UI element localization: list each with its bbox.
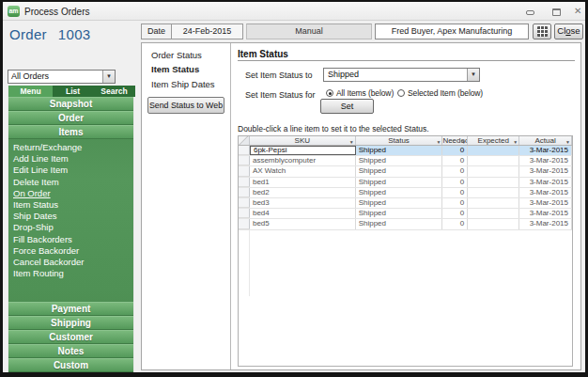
table-row[interactable]: assemblycomputerShipped03-Mar-2015: [239, 156, 572, 166]
cell-expected[interactable]: [468, 146, 519, 155]
column-header-expected[interactable]: Expected▼: [468, 136, 519, 145]
cell-actual[interactable]: 3-Mar-2015: [519, 166, 572, 176]
chevron-down-icon[interactable]: ▼: [467, 69, 479, 81]
row-selector[interactable]: [239, 146, 250, 155]
cell-actual[interactable]: 3-Mar-2015: [519, 178, 572, 187]
sidebar-item-ship-dates[interactable]: Ship Dates: [8, 211, 133, 222]
sidebar-tab-menu[interactable]: Menu: [8, 86, 53, 97]
column-filter-icon[interactable]: ▼: [565, 138, 570, 145]
cell-status[interactable]: Shipped: [356, 166, 443, 176]
close-button[interactable]: Close: [554, 24, 583, 39]
sidebar-section-payment[interactable]: Payment: [8, 302, 133, 316]
table-row[interactable]: AX WatchShipped03-Mar-2015: [239, 166, 572, 177]
sidebar-tab-search[interactable]: Search: [93, 86, 135, 97]
table-row[interactable]: bed5Shipped03-Mar-2015: [239, 219, 572, 229]
cell-sku[interactable]: AX Watch: [250, 166, 356, 176]
cell-actual[interactable]: 3-Mar-2015: [519, 209, 572, 218]
set-button[interactable]: Set: [320, 99, 374, 114]
row-selector[interactable]: [239, 188, 250, 197]
column-header-sku[interactable]: SKU▼: [250, 136, 356, 145]
sidebar-item-fill-backorders[interactable]: Fill Backorders: [8, 234, 133, 245]
sidebar-item-return-exchange[interactable]: Return/Exchange: [8, 142, 133, 153]
send-status-to-web-button[interactable]: Send Status to Web: [147, 97, 224, 114]
row-selector[interactable]: [239, 209, 250, 218]
cell-needed[interactable]: 0: [442, 156, 468, 165]
cell-needed[interactable]: 0: [442, 209, 468, 218]
cell-needed[interactable]: 0: [442, 198, 468, 208]
customer-field[interactable]: Fred Buyer, Apex Manufacturing: [375, 24, 529, 39]
column-header-status[interactable]: Status▼: [356, 136, 443, 145]
cell-status[interactable]: Shipped: [356, 146, 443, 155]
cell-status[interactable]: Shipped: [356, 209, 443, 218]
table-row[interactable]: bed3Shipped03-Mar-2015: [239, 198, 572, 209]
chevron-down-icon[interactable]: ▼: [102, 71, 115, 83]
sidebar-section-shipping[interactable]: Shipping: [8, 316, 133, 330]
cell-expected[interactable]: [468, 188, 519, 197]
cell-status[interactable]: Shipped: [356, 188, 443, 197]
cell-needed[interactable]: 0: [442, 188, 468, 197]
radio-selected-item[interactable]: Selected Item (below): [397, 88, 483, 98]
column-filter-icon[interactable]: ▼: [461, 138, 466, 145]
sidebar-section-customer[interactable]: Customer: [8, 330, 133, 344]
cell-actual[interactable]: 3-Mar-2015: [519, 188, 572, 197]
cell-actual[interactable]: 3-Mar-2015: [519, 219, 572, 228]
sidebar-section-snapshot[interactable]: Snapshot: [8, 97, 133, 111]
column-filter-icon[interactable]: ▼: [436, 138, 441, 145]
sidebar-item-edit-line-item[interactable]: Edit Line Item: [8, 165, 133, 176]
cell-status[interactable]: Shipped: [356, 156, 443, 165]
subnav-item-ship-dates[interactable]: Item Ship Dates: [151, 79, 215, 89]
cell-needed[interactable]: 0: [442, 166, 468, 176]
orders-filter-dropdown[interactable]: All Orders▼: [8, 70, 116, 84]
date-field[interactable]: 24-Feb-2015: [171, 24, 243, 39]
table-row[interactable]: 6pk-PepsiShipped03-Mar-2015: [239, 146, 572, 156]
cell-expected[interactable]: [468, 178, 519, 187]
cell-needed[interactable]: 0: [442, 146, 468, 155]
cell-needed[interactable]: 0: [442, 178, 468, 187]
cell-sku[interactable]: bed1: [250, 178, 356, 187]
table-row[interactable]: bed4Shipped03-Mar-2015: [239, 209, 572, 219]
window-close-button[interactable]: ✕: [574, 6, 581, 16]
sidebar-tab-list[interactable]: List: [53, 86, 93, 97]
table-row[interactable]: bed2Shipped03-Mar-2015: [239, 188, 572, 198]
cell-sku[interactable]: assemblycomputer: [250, 156, 356, 165]
cell-expected[interactable]: [468, 166, 519, 176]
column-header-actual[interactable]: Actual▼: [519, 136, 572, 145]
sidebar-item-add-line-item[interactable]: Add Line Item: [8, 153, 133, 165]
cell-sku[interactable]: bed5: [250, 219, 356, 228]
row-selector[interactable]: [239, 178, 250, 187]
cell-expected[interactable]: [468, 156, 519, 165]
sidebar-section-order[interactable]: Order: [8, 111, 133, 125]
sidebar-section-custom[interactable]: Custom: [8, 358, 133, 372]
cell-expected[interactable]: [468, 198, 519, 208]
subnav-order-status[interactable]: Order Status: [151, 50, 202, 60]
sidebar-section-items[interactable]: Items: [8, 125, 133, 139]
table-row[interactable]: bed1Shipped03-Mar-2015: [239, 178, 572, 188]
row-selector[interactable]: [239, 219, 250, 228]
cell-sku[interactable]: bed3: [250, 198, 356, 208]
sidebar-item-force-backorder[interactable]: Force Backorder: [8, 245, 133, 257]
cell-expected[interactable]: [468, 219, 519, 228]
sidebar-item-item-status[interactable]: Item Status: [8, 199, 133, 211]
row-selector[interactable]: [239, 166, 250, 176]
cell-needed[interactable]: 0: [442, 219, 468, 228]
cell-actual[interactable]: 3-Mar-2015: [519, 198, 572, 208]
cell-status[interactable]: Shipped: [356, 178, 443, 187]
sidebar-item-on-order[interactable]: On Order: [8, 188, 133, 199]
cell-sku[interactable]: bed4: [250, 209, 356, 218]
column-header-needed[interactable]: Needed▼: [442, 136, 468, 145]
sidebar-item-item-routing[interactable]: Item Routing: [8, 268, 133, 279]
subnav-item-status[interactable]: Item Status: [151, 64, 199, 74]
row-selector[interactable]: [239, 156, 250, 165]
sidebar-item-delete-item[interactable]: Delete Item: [8, 177, 133, 188]
date-button[interactable]: Date: [141, 24, 172, 39]
row-selector[interactable]: [239, 198, 250, 208]
sidebar-item-drop-ship[interactable]: Drop-Ship: [8, 222, 133, 233]
lookup-grid-button[interactable]: [533, 24, 551, 39]
radio-all-items[interactable]: All Items (below): [326, 88, 394, 98]
minimize-button[interactable]: [526, 10, 534, 15]
status-dropdown[interactable]: Shipped▼: [323, 68, 480, 82]
cell-actual[interactable]: 3-Mar-2015: [519, 146, 572, 155]
column-filter-icon[interactable]: ▼: [513, 138, 518, 145]
column-filter-icon[interactable]: ▼: [349, 138, 354, 145]
cell-expected[interactable]: [468, 209, 519, 218]
